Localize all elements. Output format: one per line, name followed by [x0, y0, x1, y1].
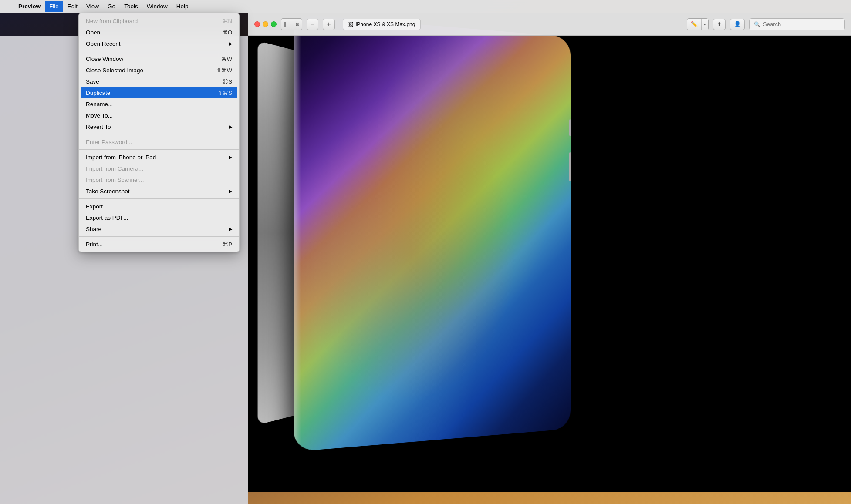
sidebar-icon: [284, 22, 290, 27]
zoom-in-icon: +: [327, 20, 331, 28]
zoom-out-button[interactable]: −: [307, 19, 318, 30]
preview-menu-item[interactable]: Preview: [14, 1, 45, 12]
menu-item-close-selected-label: Close Selected Image: [86, 67, 216, 74]
info-button[interactable]: 👤: [730, 19, 745, 30]
menu-item-close-selected[interactable]: Close Selected Image ⇧⌘W: [79, 64, 239, 76]
tools-menu-item[interactable]: Tools: [120, 1, 142, 12]
menu-item-new-from-clipboard[interactable]: New from Clipboard ⌘N: [79, 15, 239, 27]
other-view-btn[interactable]: ⊞: [293, 19, 302, 30]
menu-item-import-scanner[interactable]: Import from Scanner...: [79, 174, 239, 185]
menu-item-new-from-clipboard-label: New from Clipboard: [86, 18, 223, 24]
separator-1: [79, 51, 239, 51]
search-bar[interactable]: 🔍: [749, 18, 845, 30]
phone-side-button-1: [569, 119, 571, 136]
zoom-in-button[interactable]: +: [323, 19, 334, 30]
menu-item-save-shortcut: ⌘S: [223, 78, 232, 85]
share-icon: ⬆: [717, 21, 722, 27]
submenu-arrow-share: ▶: [229, 226, 232, 232]
chevron-down-icon: ▾: [704, 22, 706, 27]
menu-item-print-label: Print...: [86, 241, 223, 248]
edit-menu-item[interactable]: Edit: [63, 1, 82, 12]
file-menu-item[interactable]: File: [45, 1, 63, 12]
markup-button[interactable]: ✏️: [687, 19, 702, 30]
menu-item-save-label: Save: [86, 78, 223, 85]
menu-item-take-screenshot-label: Take Screenshot: [86, 188, 229, 195]
apple-menu-item[interactable]: [3, 1, 14, 12]
menu-item-import-iphone[interactable]: Import from iPhone or iPad ▶: [79, 151, 239, 163]
view-menu-item[interactable]: View: [82, 1, 103, 12]
search-icon: 🔍: [754, 21, 760, 27]
file-icon: 🖼: [348, 22, 353, 27]
menu-item-revert-to[interactable]: Revert To ▶: [79, 121, 239, 132]
menu-item-export-label: Export...: [86, 203, 232, 210]
menu-item-share[interactable]: Share ▶: [79, 223, 239, 235]
markup-dropdown-button[interactable]: ▾: [702, 19, 708, 30]
menu-item-import-camera[interactable]: Import from Camera...: [79, 163, 239, 174]
info-icon: 👤: [734, 21, 741, 27]
menu-item-rename[interactable]: Rename...: [79, 98, 239, 110]
menu-item-move-to[interactable]: Move To...: [79, 110, 239, 121]
menu-item-close-window-label: Close Window: [86, 56, 221, 62]
menu-bar-left: Preview File Edit View Go Tools Window H…: [3, 1, 192, 12]
menu-item-export-pdf[interactable]: Export as PDF...: [79, 212, 239, 223]
zoom-out-icon: −: [311, 20, 314, 28]
window-menu-item[interactable]: Window: [142, 1, 172, 12]
window-title-bar: ⊞ − + 🖼 iPhone XS & XS Max.png ✏️ ▾ ⬆ 👤 …: [248, 13, 851, 36]
submenu-arrow-open-recent: ▶: [229, 41, 232, 47]
menu-item-export[interactable]: Export...: [79, 201, 239, 212]
sidebar-toggle-btn[interactable]: [281, 19, 293, 30]
svg-rect-1: [284, 22, 286, 27]
phone-display: [248, 13, 851, 492]
fullscreen-button[interactable]: [271, 21, 277, 27]
menu-item-open-label: Open...: [86, 29, 222, 36]
menu-item-open-recent-label: Open Recent: [86, 40, 229, 47]
submenu-arrow-take-screenshot: ▶: [229, 188, 232, 194]
share-button[interactable]: ⬆: [713, 19, 726, 30]
phone-right-body: [294, 14, 571, 452]
separator-3: [79, 149, 239, 150]
menu-item-import-iphone-label: Import from iPhone or iPad: [86, 154, 229, 161]
separator-5: [79, 236, 239, 237]
separator-2: [79, 134, 239, 134]
preview-window-background: [248, 13, 851, 492]
menu-item-print-shortcut: ⌘P: [223, 241, 232, 248]
menu-item-new-from-clipboard-shortcut: ⌘N: [223, 18, 232, 24]
traffic-lights: [254, 21, 277, 27]
markup-icon: ✏️: [691, 21, 698, 27]
submenu-arrow-revert-to: ▶: [229, 124, 232, 130]
menu-item-enter-password-label: Enter Password...: [86, 139, 232, 145]
menu-item-rename-label: Rename...: [86, 101, 232, 108]
file-tab-label: iPhone XS & XS Max.png: [356, 21, 415, 27]
file-menu-dropdown: New from Clipboard ⌘N Open... ⌘O Open Re…: [78, 13, 240, 252]
file-tab[interactable]: 🖼 iPhone XS & XS Max.png: [343, 19, 421, 30]
search-input[interactable]: [763, 21, 840, 27]
menu-item-print[interactable]: Print... ⌘P: [79, 239, 239, 250]
menu-item-duplicate-label: Duplicate: [86, 90, 218, 96]
menu-item-open[interactable]: Open... ⌘O: [79, 27, 239, 38]
minimize-button[interactable]: [263, 21, 268, 27]
menu-item-duplicate[interactable]: Duplicate ⇧⌘S: [81, 87, 237, 98]
help-menu-item[interactable]: Help: [172, 1, 193, 12]
phone-edge-highlight: [294, 14, 301, 452]
menu-item-export-pdf-label: Export as PDF...: [86, 215, 232, 221]
menu-item-close-selected-shortcut: ⇧⌘W: [216, 67, 232, 74]
menu-item-share-label: Share: [86, 226, 229, 232]
menu-item-open-shortcut: ⌘O: [222, 29, 232, 36]
menu-item-take-screenshot[interactable]: Take Screenshot ▶: [79, 185, 239, 197]
menu-item-save[interactable]: Save ⌘S: [79, 76, 239, 87]
menu-item-enter-password[interactable]: Enter Password...: [79, 136, 239, 148]
view-toggle-group: ⊞: [281, 18, 302, 30]
markup-button-group: ✏️ ▾: [687, 18, 709, 30]
menu-item-move-to-label: Move To...: [86, 112, 232, 119]
submenu-arrow-import-iphone: ▶: [229, 155, 232, 160]
go-menu-item[interactable]: Go: [103, 1, 120, 12]
menu-item-duplicate-shortcut: ⇧⌘S: [218, 90, 232, 96]
phone-side-button-2: [569, 152, 571, 181]
phone-screen-overlay: [294, 14, 571, 452]
separator-4: [79, 198, 239, 199]
menu-item-revert-to-label: Revert To: [86, 124, 229, 130]
menu-item-import-camera-label: Import from Camera...: [86, 165, 232, 172]
menu-item-close-window[interactable]: Close Window ⌘W: [79, 53, 239, 64]
menu-item-open-recent[interactable]: Open Recent ▶: [79, 38, 239, 49]
close-button[interactable]: [254, 21, 260, 27]
